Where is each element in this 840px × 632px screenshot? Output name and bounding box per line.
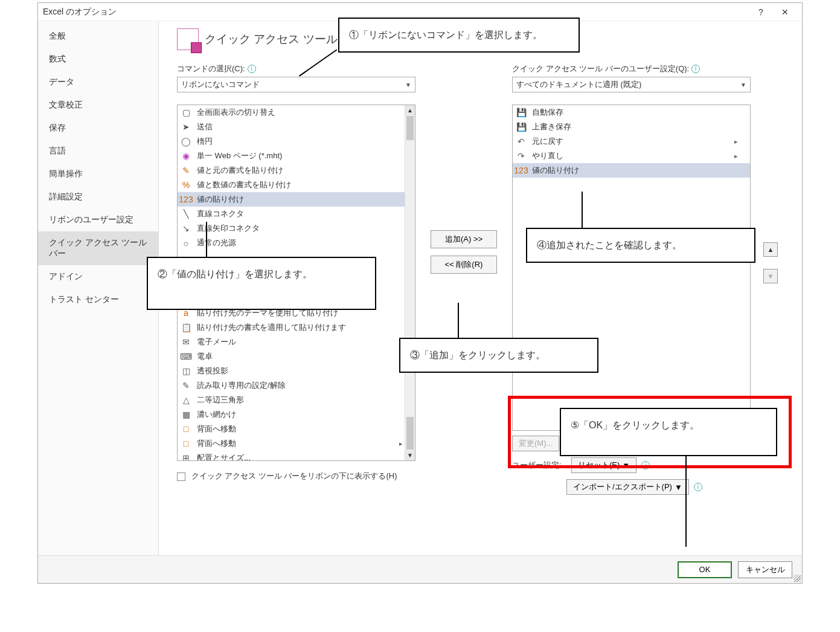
scroll-up-icon[interactable]: ▲ — [405, 105, 415, 115]
list-item-paste-values: 123値の貼り付け — [178, 192, 415, 207]
transfer-buttons: 追加(A) >> << 削除(R) — [428, 61, 500, 274]
list-item: ◫透視投影 — [178, 364, 415, 378]
sidebar-item-data[interactable]: データ — [38, 71, 158, 94]
callout-line — [582, 192, 583, 228]
move-up-button[interactable]: ▲ — [763, 242, 778, 257]
list-item: □背面へ移動 — [178, 422, 415, 436]
window-title: Excel のオプション — [43, 7, 749, 18]
callout-line — [685, 456, 687, 547]
list-item: ◉単一 Web ページ (*.mht) — [178, 149, 415, 163]
add-button[interactable]: 追加(A) >> — [431, 230, 497, 248]
chevron-down-icon: ▼ — [740, 82, 746, 88]
sidebar-item-trust[interactable]: トラスト センター — [38, 288, 158, 311]
help-button[interactable]: ? — [749, 7, 773, 17]
callout-4: ④追加されたことを確認します。 — [526, 228, 755, 263]
category-sidebar: 全般 数式 データ 文章校正 保存 言語 簡単操作 詳細設定 リボンのユーザー設… — [38, 21, 159, 555]
list-item: ↶元に戻す▸ — [513, 134, 750, 149]
callout-5: ⑤「OK」をクリックします。 — [560, 408, 777, 456]
sidebar-item-addins[interactable]: アドイン — [38, 265, 158, 288]
sidebar-item-formulas[interactable]: 数式 — [38, 48, 158, 71]
close-button[interactable]: ✕ — [773, 7, 797, 17]
remove-button[interactable]: << 削除(R) — [431, 256, 497, 274]
info-icon[interactable]: i — [248, 65, 256, 73]
sidebar-item-ribbon[interactable]: リボンのユーザー設定 — [38, 208, 158, 231]
callout-line — [458, 303, 459, 338]
list-item: ☼通常の光源 — [178, 236, 415, 250]
reorder-buttons: ▲ ▼ — [763, 61, 778, 283]
sidebar-item-proofing[interactable]: 文章校正 — [38, 94, 158, 117]
move-down-button[interactable]: ▼ — [763, 269, 778, 283]
callout-line — [206, 222, 207, 257]
list-item: 💾上書き保存 — [513, 120, 750, 134]
list-item-paste-values: 123値の貼り付け — [513, 163, 750, 178]
list-item: ✎読み取り専用の設定/解除 — [178, 378, 415, 393]
list-item: ▦濃い網かけ — [178, 407, 415, 422]
list-item: %値と数値の書式を貼り付け — [178, 178, 415, 192]
scroll-down-icon[interactable]: ▼ — [405, 450, 415, 460]
sidebar-item-language[interactable]: 言語 — [38, 140, 158, 163]
list-item: □背面へ移動▸ — [178, 436, 415, 451]
list-item: ✉電子メール — [178, 335, 415, 349]
list-item: ⌨電卓 — [178, 349, 415, 364]
qat-icon — [177, 28, 199, 50]
scroll-thumb[interactable] — [406, 116, 414, 140]
list-item: △二等辺三角形 — [178, 393, 415, 407]
info-icon[interactable]: i — [691, 65, 700, 73]
callout-1: ①「リボンにないコマンド」を選択します。 — [338, 18, 580, 53]
chevron-down-icon: ▼ — [405, 82, 411, 88]
sidebar-item-general[interactable]: 全般 — [38, 25, 158, 48]
sidebar-item-save[interactable]: 保存 — [38, 117, 158, 140]
show-below-ribbon-label: クイック アクセス ツール バーをリボンの下に表示する(H) — [191, 471, 397, 480]
info-icon[interactable]: i — [694, 483, 702, 491]
ok-button[interactable]: OK — [678, 561, 732, 578]
qat-commands-list[interactable]: 💾自動保存 💾上書き保存 ↶元に戻す▸ ↷やり直し▸ 123値の貼り付け — [512, 105, 751, 431]
list-item: ╲直線コネクタ — [178, 207, 415, 221]
list-item: ▢全画面表示の切り替え — [178, 105, 415, 120]
choose-commands-combo[interactable]: リボンにないコマンド ▼ — [177, 77, 415, 92]
list-item: ↷やり直し▸ — [513, 149, 750, 163]
callout-2: ②「値の貼り付け」を選択します。 — [147, 257, 376, 310]
list-item: ✎値と元の書式を貼り付け — [178, 163, 415, 178]
list-item: ◯楕円 — [178, 134, 415, 149]
show-below-ribbon-row: クイック アクセス ツール バーをリボンの下に表示する(H) — [177, 471, 415, 482]
import-export-button[interactable]: インポート/エクスポート(P)▼ — [566, 479, 689, 495]
list-item: 💾自動保存 — [513, 105, 750, 120]
choose-commands-label: コマンドの選択(C): i — [177, 63, 415, 74]
resize-grip[interactable] — [794, 575, 801, 582]
cancel-button[interactable]: キャンセル — [738, 561, 792, 578]
scroll-thumb[interactable] — [406, 417, 414, 450]
list-item: ⊞配置とサイズ... — [178, 451, 415, 460]
list-item: ↘直線矢印コネクタ — [178, 221, 415, 236]
options-dialog: Excel のオプション ? ✕ 全般 数式 データ 文章校正 保存 言語 簡単… — [37, 2, 803, 584]
list-item: ➤送信 — [178, 120, 415, 134]
show-below-ribbon-checkbox[interactable] — [177, 472, 185, 481]
customize-qat-combo[interactable]: すべてのドキュメントに適用 (既定) ▼ — [512, 77, 751, 92]
customize-qat-label: クイック アクセス ツール バーのユーザー設定(Q): i — [512, 63, 751, 74]
scrollbar[interactable]: ▲ ▼ — [405, 105, 415, 460]
sidebar-item-qat[interactable]: クイック アクセス ツール バー — [38, 231, 158, 265]
sidebar-item-ease[interactable]: 簡単操作 — [38, 163, 158, 185]
list-item: 📋貼り付け先の書式を適用して貼り付けます — [178, 320, 415, 335]
dialog-footer: OK キャンセル — [38, 555, 802, 583]
callout-3: ③「追加」をクリックします。 — [399, 338, 598, 373]
sidebar-item-advanced[interactable]: 詳細設定 — [38, 185, 158, 208]
